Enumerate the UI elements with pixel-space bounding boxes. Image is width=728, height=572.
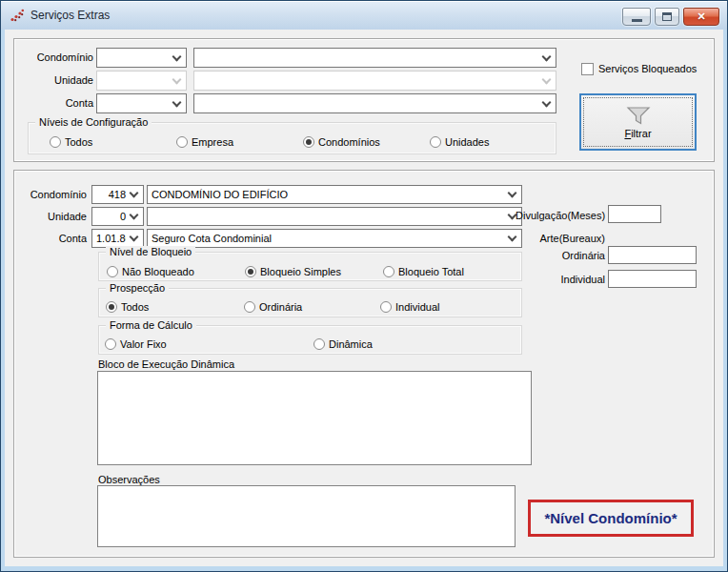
maximize-icon — [662, 12, 672, 21]
radio-icon — [244, 301, 255, 313]
filter-conta-name-combo[interactable] — [193, 93, 556, 113]
funnel-icon — [626, 106, 651, 125]
chevron-down-icon — [172, 74, 182, 84]
ordinaria-label: Ordinária — [516, 250, 605, 262]
chevron-down-icon — [542, 97, 552, 107]
status-banner: *Nível Condomínio* — [528, 500, 694, 537]
radio-icon — [105, 338, 116, 350]
observacoes-textarea[interactable] — [97, 485, 516, 547]
chevron-down-icon — [130, 211, 139, 220]
arte-bureaux-label: Arte(Bureaux) — [516, 233, 605, 245]
detail-condominio-code-combo[interactable]: 418 — [91, 185, 144, 204]
forma-calculo-group: Forma de Cálculo Valor Fixo Dinâmica — [98, 325, 522, 355]
nivel-bloqueio-group: Nível de Bloqueio Não Bloqueado Bloqueio… — [98, 252, 522, 281]
filter-unidade-code-combo — [96, 71, 187, 91]
radio-icon — [380, 301, 392, 313]
app-logo-icon — [10, 8, 25, 23]
radio-icon — [107, 266, 118, 277]
detail-condominio-name-combo[interactable]: CONDOMÍNIO DO EDIFÍCIO — [147, 185, 522, 204]
filtrar-button-label: Filtrar — [624, 128, 651, 139]
radio-icon — [176, 136, 188, 148]
filter-unidade-name-combo — [193, 71, 556, 91]
minimize-button[interactable] — [622, 8, 651, 26]
chevron-down-icon — [130, 189, 139, 198]
minimize-icon — [632, 19, 642, 22]
prospeccao-legend: Prospecção — [106, 282, 169, 295]
filter-conta-label: Conta — [20, 93, 93, 113]
prospeccao-group: Prospecção Todos Ordinária Individual — [98, 288, 522, 317]
radio-unidades[interactable]: Unidades — [430, 135, 489, 149]
radio-icon — [303, 136, 314, 148]
detail-conta-label: Conta — [15, 229, 87, 248]
radio-bloqueio-total[interactable]: Bloqueio Total — [383, 265, 464, 278]
servicos-bloqueados-label: Serviços Bloqueados — [598, 63, 697, 75]
ordinaria-input[interactable] — [608, 246, 697, 264]
bloco-execucao-textarea[interactable] — [97, 371, 532, 465]
detail-unidade-label: Unidade — [15, 207, 87, 226]
radio-icon — [430, 136, 441, 148]
detail-unidade-name-combo[interactable] — [147, 207, 522, 226]
detail-conta-name-combo[interactable]: Seguro Cota Condominial — [147, 229, 522, 248]
radio-bloqueio-simples[interactable]: Bloqueio Simples — [245, 265, 341, 278]
radio-todos[interactable]: Todos — [50, 135, 92, 149]
radio-prospeccao-todos[interactable]: Todos — [106, 300, 149, 314]
filtrar-button[interactable]: Filtrar — [579, 93, 697, 151]
radio-prospeccao-ordinaria[interactable]: Ordinária — [244, 300, 302, 314]
bloco-execucao-label: Bloco de Execução Dinâmica — [98, 358, 234, 371]
detail-condominio-label: Condomínio — [15, 185, 87, 204]
filter-panel: Condomínio Unidade Conta — [13, 38, 715, 162]
radio-icon — [245, 266, 256, 277]
detail-unidade-code-combo[interactable]: 0 — [91, 207, 144, 226]
forma-calculo-legend: Forma de Cálculo — [106, 319, 196, 332]
titlebar[interactable]: Serviços Extras ✕ — [1, 1, 727, 30]
radio-condominios[interactable]: Condomínios — [303, 135, 380, 149]
chevron-down-icon — [172, 97, 182, 107]
config-levels-group: Níveis de Configuração Todos Empresa Con… — [28, 122, 556, 154]
filter-condominio-label: Condomínio — [20, 48, 93, 68]
servicos-extras-window: Serviços Extras ✕ Condomínio — [0, 0, 728, 572]
window-title: Serviços Extras — [30, 1, 110, 30]
chevron-down-icon — [508, 189, 517, 198]
chevron-down-icon — [542, 51, 552, 61]
chevron-down-icon — [542, 74, 552, 84]
radio-icon — [313, 338, 325, 350]
window-controls: ✕ — [622, 8, 719, 26]
radio-dinamica[interactable]: Dinâmica — [313, 337, 373, 351]
maximize-button[interactable] — [655, 8, 679, 26]
individual-input[interactable] — [608, 270, 697, 288]
chevron-down-icon — [130, 233, 139, 242]
radio-icon — [50, 136, 61, 148]
filter-condominio-code-combo[interactable] — [96, 48, 187, 68]
servicos-bloqueados-checkbox[interactable] — [581, 63, 594, 75]
content-area: Condomínio Unidade Conta — [5, 30, 723, 566]
nivel-bloqueio-legend: Nível de Bloqueio — [106, 246, 195, 258]
radio-prospeccao-individual[interactable]: Individual — [380, 300, 439, 314]
detail-panel: Condomínio 418 CONDOMÍNIO DO EDIFÍCIO Un… — [13, 170, 715, 558]
divulgacao-label: Divulgação(Meses) — [516, 210, 605, 222]
filter-unidade-label: Unidade — [20, 71, 93, 91]
filter-condominio-name-combo[interactable] — [193, 48, 556, 68]
filter-conta-code-combo[interactable] — [96, 93, 187, 113]
radio-icon — [106, 301, 117, 313]
config-levels-legend: Níveis de Configuração — [35, 116, 152, 129]
radio-icon — [383, 266, 394, 277]
detail-conta-code-combo[interactable]: 1.01.86 — [91, 229, 144, 248]
close-button[interactable]: ✕ — [683, 8, 719, 26]
close-icon: ✕ — [697, 9, 705, 25]
radio-nao-bloqueado[interactable]: Não Bloqueado — [107, 265, 194, 278]
radio-empresa[interactable]: Empresa — [176, 135, 233, 149]
chevron-down-icon — [172, 51, 182, 61]
radio-valor-fixo[interactable]: Valor Fixo — [105, 337, 167, 351]
divulgacao-input[interactable] — [608, 205, 661, 223]
individual-label: Individual — [516, 274, 605, 286]
